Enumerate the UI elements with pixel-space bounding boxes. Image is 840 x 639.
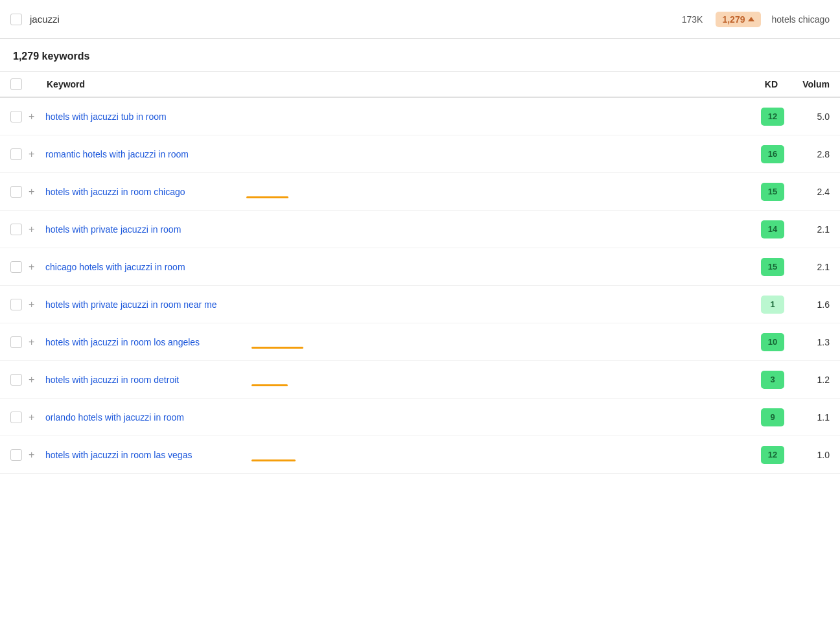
- volume-value: 1.6: [797, 299, 830, 310]
- volume-value: 1.2: [797, 375, 830, 385]
- top-bar-checkbox[interactable]: [10, 14, 22, 25]
- row-add-icon[interactable]: +: [29, 261, 38, 273]
- top-bar-right-text: hotels chicago: [771, 14, 830, 25]
- volume-value: 1.3: [797, 337, 830, 347]
- table-row: +hotels with private jacuzzi in room142.…: [0, 211, 840, 248]
- kd-badge: 12: [761, 446, 784, 464]
- header-kd-col: KD: [739, 79, 778, 89]
- table-row: +romantic hotels with jacuzzi in room162…: [0, 135, 840, 173]
- keyword-text[interactable]: hotels with jacuzzi in room chicago: [45, 187, 185, 197]
- table-row: +hotels with jacuzzi in room chicago152.…: [0, 173, 840, 211]
- header-checkbox[interactable]: [10, 78, 22, 90]
- keyword-text[interactable]: orlando hotels with jacuzzi in room: [45, 412, 184, 423]
- keyword-text[interactable]: romantic hotels with jacuzzi in room: [45, 149, 189, 159]
- row-checkbox[interactable]: [10, 111, 22, 122]
- table-header: Keyword KD Volum: [0, 72, 840, 98]
- underline-decoration: [246, 196, 288, 198]
- badge-count: 1,279: [722, 14, 745, 25]
- keyword-cell: chicago hotels with jacuzzi in room: [45, 262, 761, 272]
- row-add-icon[interactable]: +: [29, 299, 38, 310]
- row-add-icon[interactable]: +: [29, 412, 38, 423]
- keyword-cell: orlando hotels with jacuzzi in room: [45, 412, 761, 423]
- row-checkbox[interactable]: [10, 224, 22, 235]
- kd-badge: 9: [761, 408, 784, 426]
- keyword-cell: hotels with private jacuzzi in room: [45, 224, 761, 235]
- keyword-text[interactable]: hotels with jacuzzi tub in room: [45, 111, 167, 122]
- underline-decoration: [251, 459, 296, 461]
- table-row: +chicago hotels with jacuzzi in room152.…: [0, 248, 840, 286]
- kd-badge: 15: [761, 183, 784, 201]
- table-row: +hotels with jacuzzi in room las vegas12…: [0, 436, 840, 474]
- top-bar-volume: 173K: [682, 14, 703, 25]
- row-add-icon[interactable]: +: [29, 449, 38, 461]
- arrow-up-icon: [748, 17, 754, 21]
- row-add-icon[interactable]: +: [29, 224, 38, 235]
- table-row: +hotels with jacuzzi in room detroit31.2: [0, 361, 840, 399]
- row-checkbox[interactable]: [10, 299, 22, 310]
- volume-value: 5.0: [797, 111, 830, 122]
- kd-badge: 3: [761, 371, 784, 389]
- row-checkbox[interactable]: [10, 449, 22, 461]
- keyword-text[interactable]: hotels with jacuzzi in room los angeles: [45, 337, 200, 347]
- keyword-cell: hotels with private jacuzzi in room near…: [45, 299, 761, 310]
- row-add-icon[interactable]: +: [29, 148, 38, 160]
- kd-badge: 10: [761, 333, 784, 351]
- keyword-text[interactable]: hotels with private jacuzzi in room near…: [45, 299, 217, 310]
- underline-decoration: [251, 347, 303, 349]
- volume-value: 2.1: [797, 262, 830, 272]
- keyword-text[interactable]: hotels with private jacuzzi in room: [45, 224, 181, 235]
- kd-badge: 15: [761, 258, 784, 276]
- keyword-text[interactable]: hotels with jacuzzi in room detroit: [45, 375, 179, 385]
- keyword-cell: hotels with jacuzzi in room los angeles: [45, 337, 761, 347]
- keyword-text[interactable]: chicago hotels with jacuzzi in room: [45, 262, 185, 272]
- row-add-icon[interactable]: +: [29, 336, 38, 348]
- row-checkbox[interactable]: [10, 412, 22, 423]
- top-bar-badge[interactable]: 1,279: [716, 12, 761, 27]
- volume-value: 2.1: [797, 224, 830, 235]
- underline-decoration: [251, 384, 288, 386]
- top-bar: jacuzzi 173K 1,279 hotels chicago: [0, 0, 840, 39]
- keywords-count-label: 1,279 keywords: [13, 51, 89, 62]
- top-bar-keyword-label: jacuzzi: [30, 14, 682, 25]
- kd-badge: 1: [761, 296, 784, 314]
- keyword-cell: hotels with jacuzzi in room detroit: [45, 375, 761, 385]
- kd-badge: 12: [761, 108, 784, 126]
- table-body: +hotels with jacuzzi tub in room125.0+ro…: [0, 98, 840, 474]
- keyword-cell: romantic hotels with jacuzzi in room: [45, 149, 761, 159]
- row-checkbox[interactable]: [10, 148, 22, 160]
- row-checkbox[interactable]: [10, 261, 22, 273]
- table-row: +hotels with private jacuzzi in room nea…: [0, 286, 840, 323]
- keyword-text[interactable]: hotels with jacuzzi in room las vegas: [45, 450, 192, 460]
- keyword-cell: hotels with jacuzzi tub in room: [45, 111, 761, 122]
- row-checkbox[interactable]: [10, 336, 22, 348]
- kd-badge: 14: [761, 220, 784, 238]
- header-keyword-col: Keyword: [47, 79, 739, 89]
- row-checkbox[interactable]: [10, 186, 22, 198]
- header-volume-col: Volum: [791, 79, 830, 89]
- row-checkbox[interactable]: [10, 374, 22, 386]
- kd-badge: 16: [761, 145, 784, 163]
- keyword-cell: hotels with jacuzzi in room chicago: [45, 187, 761, 197]
- volume-value: 2.4: [797, 187, 830, 197]
- row-add-icon[interactable]: +: [29, 374, 38, 386]
- table-row: +hotels with jacuzzi tub in room125.0: [0, 98, 840, 135]
- volume-value: 1.1: [797, 412, 830, 423]
- volume-value: 1.0: [797, 450, 830, 460]
- row-add-icon[interactable]: +: [29, 111, 38, 122]
- row-add-icon[interactable]: +: [29, 186, 38, 198]
- keywords-count-section: 1,279 keywords: [0, 39, 840, 72]
- volume-value: 2.8: [797, 149, 830, 159]
- table-row: +orlando hotels with jacuzzi in room91.1: [0, 399, 840, 436]
- keyword-cell: hotels with jacuzzi in room las vegas: [45, 450, 761, 460]
- table-row: +hotels with jacuzzi in room los angeles…: [0, 323, 840, 361]
